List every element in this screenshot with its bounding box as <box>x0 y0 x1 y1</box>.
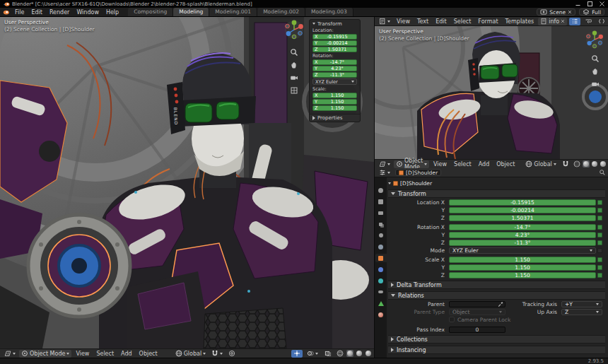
properties-search-button[interactable] <box>599 169 606 176</box>
close-button[interactable] <box>596 0 608 8</box>
shading-rendered[interactable] <box>365 350 372 357</box>
editor-type-button-text[interactable] <box>377 18 392 25</box>
add-menu-right[interactable]: Add <box>476 161 493 168</box>
properties-tab-physics[interactable] <box>375 276 387 285</box>
text-datablock-selector[interactable]: info <box>538 18 567 25</box>
properties-tab-modifiers[interactable] <box>375 265 387 274</box>
location-y-slider[interactable]: -0.00214 <box>449 207 596 213</box>
keyframe-button[interactable] <box>597 240 602 245</box>
toggle-ortho-grid-icon[interactable] <box>290 86 298 95</box>
view-layer-selector[interactable]: Full <box>579 8 604 16</box>
pass-index-field[interactable]: 0 <box>449 327 505 333</box>
rotation-mode-select[interactable]: XYZ Euler <box>312 78 357 85</box>
blender-menu-icon[interactable] <box>2 9 10 16</box>
editor-type-button[interactable] <box>2 350 18 358</box>
editor-type-button-properties[interactable] <box>377 169 392 177</box>
location-y-field[interactable]: Y-0.00214 <box>312 40 357 46</box>
location-z-field[interactable]: Z1.50371 <box>312 47 357 52</box>
rotation-z-slider[interactable]: -11.3° <box>449 240 596 246</box>
collections-panel-header[interactable]: Collections <box>388 335 605 344</box>
transform-panel-header[interactable]: Transform <box>388 189 605 198</box>
eyedropper-icon[interactable] <box>498 301 503 307</box>
transform-orientation-left[interactable]: Global <box>173 350 209 358</box>
keyframe-button[interactable] <box>597 248 602 253</box>
zoom-icon[interactable] <box>290 48 298 57</box>
rotation-mode-dropdown[interactable]: XYZ Euler <box>449 247 596 254</box>
transform-orientation-right[interactable]: Global <box>523 160 559 168</box>
properties-tab-scene[interactable] <box>375 231 387 240</box>
workspace-tab-modeling-003[interactable]: Modeling.003 <box>305 8 353 16</box>
parent-type-dropdown[interactable]: Object <box>449 309 505 315</box>
workspace-tab-modeling[interactable]: Modeling <box>173 8 209 16</box>
syntax-highlight-toggle[interactable] <box>596 18 607 25</box>
camera-parent-lock-checkbox[interactable] <box>449 317 455 322</box>
keyframe-button[interactable] <box>597 233 602 237</box>
navigation-gizmo-right[interactable] <box>585 30 604 49</box>
n-panel-transform-header[interactable]: Transform <box>310 20 360 28</box>
properties-tab-render[interactable] <box>375 197 387 206</box>
unlink-text-icon[interactable] <box>561 19 565 23</box>
location-x-slider[interactable]: -0.15915 <box>449 199 596 206</box>
line-numbers-toggle[interactable] <box>569 18 580 25</box>
shading-material[interactable] <box>356 350 363 357</box>
workspace-tab-modeling-002[interactable]: Modeling.002 <box>257 8 305 16</box>
shading-rendered-right[interactable] <box>600 160 607 168</box>
properties-tab-object-data[interactable] <box>375 299 387 307</box>
xray-toggle[interactable] <box>322 350 334 358</box>
rotation-z-field[interactable]: Z-11.3° <box>312 72 357 78</box>
keyframe-button[interactable] <box>597 273 602 278</box>
scale-x-slider[interactable]: 1.150 <box>449 257 596 263</box>
tracking-axis-dropdown[interactable]: +Y <box>561 301 602 307</box>
view-menu-right[interactable]: View <box>431 161 450 168</box>
snap-toggle[interactable] <box>209 350 225 358</box>
scale-y-slider[interactable]: 1.150 <box>449 264 596 271</box>
view-menu[interactable]: View <box>73 351 92 357</box>
properties-tab-tool[interactable] <box>375 186 387 194</box>
object-menu[interactable]: Object <box>136 351 160 357</box>
scale-z-slider[interactable]: 1.150 <box>449 272 596 278</box>
object-menu-right[interactable]: Object <box>493 161 518 168</box>
shading-wireframe[interactable] <box>336 349 344 358</box>
properties-tab-material[interactable] <box>375 310 387 319</box>
rotation-y-slider[interactable]: 4.23° <box>449 232 596 238</box>
rotation-y-field[interactable]: Y4.23° <box>312 66 357 71</box>
menu-render[interactable]: Render <box>46 9 73 16</box>
shading-solid-right[interactable] <box>583 160 590 168</box>
snap-toggle-right[interactable] <box>560 160 571 168</box>
maximize-button[interactable] <box>584 0 596 8</box>
keyframe-button[interactable] <box>597 216 602 221</box>
add-menu[interactable]: Add <box>118 351 135 357</box>
select-menu[interactable]: Select <box>93 351 117 357</box>
navigation-gizmo[interactable] <box>284 20 304 40</box>
overlays-toggle[interactable] <box>305 350 320 358</box>
text-view-menu[interactable]: View <box>394 18 413 25</box>
menu-edit[interactable]: Edit <box>28 9 46 16</box>
text-templates-menu[interactable]: Templates <box>503 18 537 25</box>
workspace-tab-compositing[interactable]: Compositing <box>128 8 173 16</box>
keyframe-button[interactable] <box>597 257 602 262</box>
delta-transform-panel-header[interactable]: Delta Transform <box>388 281 605 289</box>
n-panel-properties-header[interactable]: Properties <box>310 114 360 122</box>
rotation-x-slider[interactable]: -14.7° <box>449 224 596 230</box>
location-x-field[interactable]: X-0.15915 <box>312 34 357 40</box>
scale-x-field[interactable]: X1.150 <box>312 93 357 98</box>
text-edit-menu[interactable]: Edit <box>433 18 450 25</box>
zoom-icon[interactable] <box>591 54 600 63</box>
keyframe-button[interactable] <box>597 265 602 270</box>
minimize-button[interactable] <box>572 0 584 8</box>
scene-selector[interactable]: Scene <box>537 8 575 16</box>
relations-panel-header[interactable]: Relations <box>388 291 605 300</box>
location-z-slider[interactable]: 1.50371 <box>449 215 596 221</box>
shading-material-right[interactable] <box>591 160 598 168</box>
text-format-menu[interactable]: Format <box>475 18 501 25</box>
properties-tab-object[interactable] <box>375 254 387 262</box>
editor-type-button-right[interactable] <box>377 160 392 168</box>
gizmo-toggle[interactable] <box>291 350 303 358</box>
select-menu-right[interactable]: Select <box>451 161 474 168</box>
text-text-menu[interactable]: Text <box>414 18 431 25</box>
scale-z-field[interactable]: Z1.150 <box>312 105 357 111</box>
move-view-hand-icon[interactable] <box>591 67 600 76</box>
viewport-canvas-right[interactable] <box>375 26 608 159</box>
parent-field[interactable] <box>449 301 505 307</box>
workspace-tab-modeling-001[interactable]: Modeling.001 <box>209 8 257 16</box>
